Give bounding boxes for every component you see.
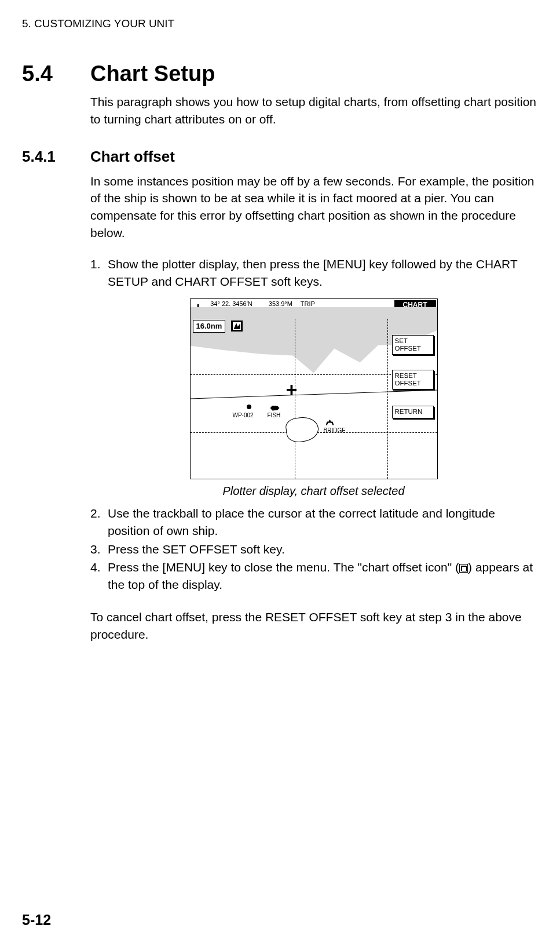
step-text: Press the SET OFFSET soft key. <box>108 541 537 558</box>
coast-line <box>191 389 437 399</box>
waypoint-dot-icon <box>247 405 251 409</box>
step-text: Use the trackball to place the cursor at… <box>108 505 537 540</box>
section-number: 5.4 <box>22 61 90 86</box>
step-2: 2. Use the trackball to place the cursor… <box>90 505 537 540</box>
step-4: 4. Press the [MENU] key to close the men… <box>90 559 537 593</box>
figure-plotter: + 34° 22. 3456'N 080° 22. 3456'E 353.9°M… <box>90 298 537 499</box>
step-text: Press the [MENU] key to close the menu. … <box>108 559 537 593</box>
step-number: 1. <box>90 256 108 290</box>
center-cursor-icon: + <box>286 384 298 395</box>
range-box: 16.0nm <box>193 320 226 333</box>
bridge-icon <box>326 420 334 425</box>
section-heading: 5.4 Chart Setup <box>22 61 537 86</box>
grid-line-v2 <box>387 319 388 479</box>
subsection-intro: In some instances position may be off by… <box>90 173 537 242</box>
fish-icon <box>270 406 280 411</box>
north-up-icon <box>231 320 243 332</box>
step-3: 3. Press the SET OFFSET soft key. <box>90 541 537 558</box>
island-shape <box>284 415 320 443</box>
step-4a: Press the [MENU] key to close the menu. … <box>108 560 459 574</box>
latitude: 34° 22. 3456'N <box>207 300 252 308</box>
softkey-line-2: OFFSET <box>395 380 431 387</box>
trip-label: TRIP <box>301 300 315 308</box>
step-number: 4. <box>90 559 108 593</box>
softkey-set-offset[interactable]: SET OFFSET <box>392 335 434 355</box>
subsection-heading: 5.4.1 Chart offset <box>22 148 537 166</box>
step-number: 3. <box>90 541 108 558</box>
chapter-header: 5. CUSTOMIZING YOUR UNIT <box>22 17 537 30</box>
softkey-line-1: RESET <box>395 372 431 380</box>
softkey-return[interactable]: RETURN <box>392 406 434 418</box>
step-text: Show the plotter display, then press the… <box>108 256 537 290</box>
waypoint-label: WP-002 <box>233 411 254 420</box>
subsection-title: Chart offset <box>90 148 175 166</box>
fish-label: FISH <box>268 411 281 420</box>
section-intro: This paragraph shows you how to setup di… <box>90 93 537 128</box>
figure-caption: Plotter display, chart offset selected <box>222 483 404 499</box>
bridge-label: BRIDGE <box>324 427 346 435</box>
softkey-line-1: SET <box>395 337 431 345</box>
subsection-number: 5.4.1 <box>22 148 90 166</box>
range-row: 16.0nm <box>193 320 243 333</box>
softkey-reset-offset[interactable]: RESET OFFSET <box>392 370 434 389</box>
cancel-note: To cancel chart offset, press the RESET … <box>90 609 537 643</box>
heading: 353.9°M <box>269 300 292 308</box>
plotter-display: + 34° 22. 3456'N 080° 22. 3456'E 353.9°M… <box>190 298 438 479</box>
chart-offset-icon <box>459 564 468 573</box>
softkey-line-2: OFFSET <box>395 345 431 352</box>
page-number: 5-12 <box>22 912 51 928</box>
section-title: Chart Setup <box>90 61 215 86</box>
step-1: 1. Show the plotter display, then press … <box>90 256 537 290</box>
step-number: 2. <box>90 505 108 540</box>
